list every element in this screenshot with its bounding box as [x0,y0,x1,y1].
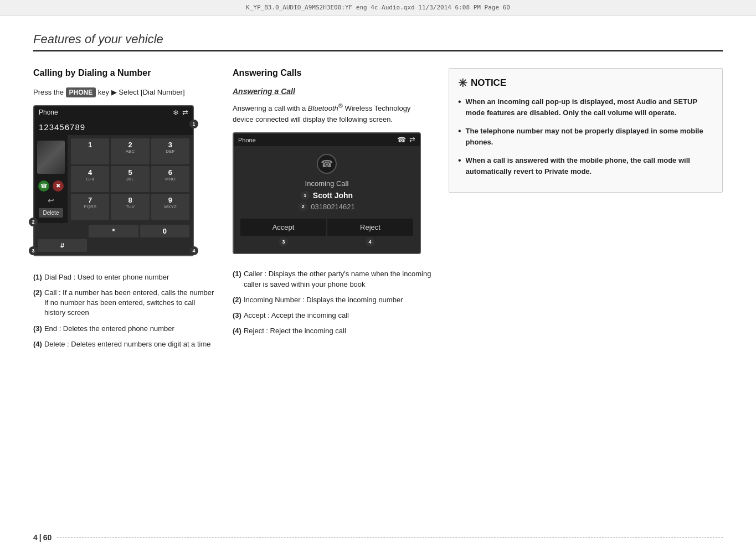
page-title-section: Features of your vehicle [33,32,723,51]
phone-key-badge: PHONE [66,87,96,97]
dialing-desc-item-4: (4) Delete : Deletes entered numbers one… [33,339,216,349]
page-title: Features of your vehicle [33,32,723,46]
annot-dial-3: 3 [29,246,38,255]
answering-subtitle: Answering a Call [233,87,432,96]
accept-annot: 3 [279,237,288,246]
transfer-icon: ⇄ [182,108,188,117]
phone-call-buttons: ☎ ✖ [38,180,64,192]
dialing-desc-item-3: (3) End : Deletes the entered phone numb… [33,324,216,334]
phone-icons: ❄ ⇄ [173,108,188,117]
col-left: Calling by Dialing a Number Press the PH… [33,68,216,355]
dialing-item-1-text: Dial Pad : Used to enter phone number [44,272,169,282]
col-center: Answering Calls Answering a Call Answeri… [233,68,432,355]
press-text2: key ▶ Select [Dial Number] [98,88,185,96]
footer-separator: | [39,533,42,542]
notice-item-2: The telephone number may not be properly… [458,126,713,147]
phone-top-bar: Phone ❄ ⇄ [34,106,193,119]
notice-heading-text: NOTICE [471,77,506,89]
page-content: Features of your vehicle Calling by Dial… [0,15,756,553]
answering-heading: Answering Calls [233,68,432,78]
dialpad-key-8[interactable]: 8 TUV [111,194,149,220]
phone-body: ☎ ✖ ↩ Delete 1 [34,135,193,223]
delete-area: Delete [39,208,64,218]
caller-annot-1: 1 [301,191,310,200]
footer-chapter: 4 [33,533,38,542]
answering-item-3-num: (3) [233,311,241,321]
dialpad-key-2[interactable]: 2 ABC [111,138,149,164]
accept-button[interactable]: Accept [240,219,326,236]
incoming-call-label: Incoming Call [305,179,349,188]
notice-item-1-text: When an incoming call pop-up is displaye… [466,96,713,118]
answering-item-1-text: Caller : Displays the other party's name… [244,269,432,289]
incoming-screen-wrapper: Phone ☎ ⇄ ☎ Incoming Call 1 Scott John [233,132,421,262]
notice-list: When an incoming call pop-up is displaye… [458,96,713,177]
calling-heading: Calling by Dialing a Number [33,68,216,78]
notice-star-icon: ✳ [458,76,467,90]
dialing-item-4-text: Delete : Deletes entered numbers one dig… [44,339,211,349]
caller-number: 03180214621 [311,203,355,211]
incoming-phone-label: Phone [238,137,256,143]
dialpad-key-4[interactable]: 4 GHI [71,166,109,192]
dialpad-key-6[interactable]: 6 MNO [151,166,189,192]
caller-name-row: 1 Scott John [301,191,353,200]
press-instruction: Press the PHONE key ▶ Select [Dial Numbe… [33,87,216,99]
footer-page-number: 4 | 60 [33,533,52,542]
phone-screen-label: Phone [39,108,58,116]
dialpad-bottom: * 0 # [34,223,193,255]
dialing-item-3-num: (3) [33,324,42,334]
file-header-text: K_YP_B3.0_AUDIO_A9MS2H3E00:YF eng 4c-Aud… [246,4,510,11]
page-footer: 4 | 60 [33,533,723,542]
annot-dial-2: 2 [29,218,38,226]
caller-icon-circle: ☎ [317,154,337,174]
caller-number-row: 2 03180214621 [299,202,355,211]
dialpad-key-7[interactable]: 7 PQRS [71,194,109,220]
dialpad-key-3[interactable]: 3 DEF [151,138,189,164]
notice-item-1: When an incoming call pop-up is displaye… [458,96,713,118]
answering-desc-item-2: (2) Incoming Number : Displays the incom… [233,295,432,305]
notice-item-3-text: When a call is answered with the mobile … [466,155,713,177]
notice-heading: ✳ NOTICE [458,76,713,90]
caller-name: Scott John [313,191,353,200]
reject-button[interactable]: Reject [327,219,413,236]
delete-btn[interactable]: Delete [39,208,64,218]
call-btn-green[interactable]: ☎ [38,180,49,192]
notice-section: ✳ NOTICE When an incoming call pop-up is… [449,68,723,193]
incoming-top-bar: Phone ☎ ⇄ [234,133,420,146]
answering-desc-list: (1) Caller : Displays the other party's … [233,269,432,336]
incoming-icons: ☎ ⇄ [397,136,415,144]
answering-item-4-num: (4) [233,326,241,336]
btn-annotation-labels: 3 4 [240,236,413,250]
call-btn-red[interactable]: ✖ [53,180,64,192]
footer-divider [57,538,723,538]
incoming-body: ☎ Incoming Call 1 Scott John 2 031802146… [234,146,420,253]
annot-dial-4: 4 [189,246,198,255]
footer-page: 60 [43,533,52,542]
incoming-phone-screen: Phone ☎ ⇄ ☎ Incoming Call 1 Scott John [233,132,421,254]
dialing-item-1-num: (1) [33,272,42,282]
phone-left-panel: ☎ ✖ ↩ Delete [34,135,68,223]
dialpad-zero[interactable]: 0 [140,225,189,237]
dialing-item-2-num: (2) [33,288,42,298]
answering-item-1-num: (1) [233,269,241,279]
back-btn[interactable]: ↩ [48,196,54,205]
answering-item-2-num: (2) [233,295,241,305]
col-right: ✳ NOTICE When an incoming call pop-up is… [449,68,723,355]
dialing-phone-screen: Phone ❄ ⇄ 123456789 [33,105,194,256]
dialing-desc-item-2: (2) Call : If a number has been entered,… [33,288,216,318]
answering-description: Answering a call with a Bluetooth® Wirel… [233,101,432,125]
answering-item-4-text: Reject : Reject the incoming call [244,326,346,336]
dialpad-key-9[interactable]: 9 WXYZ [151,194,189,220]
dialing-item-3-text: End : Deletes the entered phone number [44,324,174,334]
number-display: 123456789 [34,119,193,135]
dialpad-hash[interactable]: # [38,239,87,252]
incoming-transfer-icon: ⇄ [409,136,415,144]
dialpad-key-5[interactable]: 5 JKL [111,166,149,192]
press-text: Press the [33,88,66,96]
dialpad-key-1[interactable]: 1 [71,138,109,164]
incoming-call-icon: ☎ [397,136,406,144]
dialpad-star[interactable]: * [89,225,138,237]
main-columns: Calling by Dialing a Number Press the PH… [33,68,723,355]
annot-dial-1: 1 [189,120,198,128]
answering-desc-item-1: (1) Caller : Displays the other party's … [233,269,432,289]
notice-item-3: When a call is answered with the mobile … [458,155,713,177]
